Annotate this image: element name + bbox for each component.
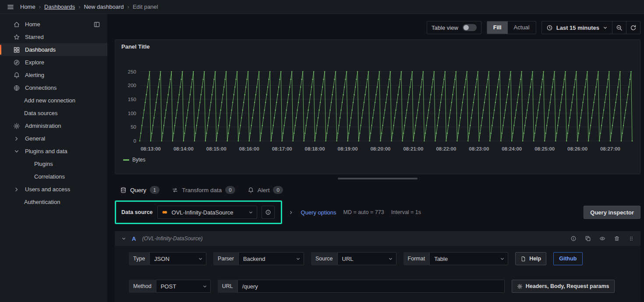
zoom-out-icon: [616, 25, 623, 31]
time-controls: Last 15 minutes: [541, 21, 640, 34]
breadcrumb-separator: [127, 4, 129, 10]
tab-transform-data[interactable]: Transform data 0: [172, 186, 235, 194]
parser-select[interactable]: Backend: [238, 252, 304, 265]
sidebar-item-label: Administration: [25, 123, 61, 129]
sidebar: Home Starred Dashboards Explore Alerting…: [0, 14, 107, 302]
svg-text:08:15:00: 08:15:00: [206, 146, 226, 151]
sidebar-item-add-new-connection[interactable]: Add new connection: [0, 94, 107, 107]
sidebar-item-plugins-and-data[interactable]: Plugins and data: [0, 145, 107, 158]
sidebar-item-users-and-access[interactable]: Users and access: [0, 183, 107, 196]
svg-text:08:23:00: 08:23:00: [469, 146, 489, 151]
hide-query-icon[interactable]: [598, 235, 606, 242]
fill-button[interactable]: Fill: [487, 21, 508, 34]
query-datasource-hint: (OVL-Infinity-DataSource): [142, 235, 202, 242]
menu-icon[interactable]: [6, 3, 15, 11]
duplicate-query-icon[interactable]: [584, 235, 592, 242]
type-select[interactable]: JSON: [149, 252, 206, 265]
dock-menu-icon[interactable]: [92, 20, 101, 29]
breadcrumb-edit-panel: Edit panel: [133, 4, 158, 10]
datasource-picker[interactable]: OVL-Infinity-DataSource: [157, 206, 257, 219]
sidebar-item-label: Explore: [25, 59, 44, 66]
query-options-group: Query options MD = auto = 773 Interval =…: [288, 209, 421, 216]
actual-button[interactable]: Actual: [508, 21, 536, 34]
headers-body-params-button[interactable]: Headers, Body, Request params: [512, 280, 615, 293]
sidebar-item-plugins[interactable]: Plugins: [0, 158, 107, 170]
sidebar-item-label: Data sources: [24, 110, 58, 116]
star-icon: [13, 34, 20, 41]
query-help-icon[interactable]: [570, 235, 577, 242]
query-options-link[interactable]: Query options: [301, 209, 336, 216]
source-value: URL: [342, 256, 354, 262]
panel-controls: Table view Fill Actual Last 15 minutes: [115, 21, 640, 34]
panel-resize-handle[interactable]: [338, 178, 418, 179]
tab-label: Transform data: [182, 187, 222, 193]
table-view-control: Table view: [427, 21, 481, 34]
query-ref-id[interactable]: A: [132, 235, 136, 242]
sidebar-item-correlations[interactable]: Correlations: [0, 170, 107, 183]
parser-value: Backend: [243, 256, 265, 262]
svg-text:250: 250: [128, 69, 136, 74]
drag-handle-icon[interactable]: [627, 235, 635, 242]
compass-icon: [13, 59, 20, 66]
sidebar-item-alerting[interactable]: Alerting: [0, 69, 107, 81]
sidebar-item-general[interactable]: General: [0, 132, 107, 145]
chevron-down-icon: [13, 148, 20, 155]
svg-text:08:14:00: 08:14:00: [173, 146, 194, 151]
source-select[interactable]: URL: [337, 252, 396, 265]
table-view-toggle[interactable]: [463, 24, 477, 31]
sidebar-item-authentication[interactable]: Authentication: [0, 196, 107, 208]
breadcrumb-home[interactable]: Home: [20, 4, 35, 10]
home-icon: [13, 21, 20, 28]
svg-text:08:21:00: 08:21:00: [403, 146, 423, 151]
collapse-query-icon[interactable]: [120, 235, 127, 242]
sidebar-item-label: Plugins: [34, 161, 53, 167]
url-input[interactable]: [237, 280, 505, 293]
github-button[interactable]: Github: [553, 252, 582, 265]
timeseries-chart[interactable]: 05010015020025008:13:0008:14:0008:15:000…: [120, 54, 636, 155]
method-label: Method: [129, 280, 156, 293]
format-label: Format: [403, 252, 430, 265]
query-editor-body: Type JSON Parser Backend Source: [115, 246, 640, 293]
sidebar-item-administration[interactable]: Administration: [0, 119, 107, 132]
svg-text:0: 0: [134, 138, 136, 144]
svg-text:08:17:00: 08:17:00: [272, 146, 292, 151]
refresh-button[interactable]: [626, 21, 640, 34]
tab-query[interactable]: Query 1: [120, 186, 159, 194]
zoom-out-button[interactable]: [612, 21, 626, 34]
sidebar-item-label: General: [25, 135, 45, 142]
chevron-right-icon: [13, 135, 20, 142]
chevron-down-icon: [500, 256, 505, 261]
sidebar-item-label: Authentication: [24, 199, 60, 205]
svg-text:200: 200: [128, 83, 136, 88]
sidebar-item-connections[interactable]: Connections: [0, 81, 107, 94]
time-range-picker[interactable]: Last 15 minutes: [542, 21, 612, 34]
chevron-right-icon: [288, 210, 294, 215]
format-select[interactable]: Table: [429, 252, 508, 265]
sidebar-item-dashboards[interactable]: Dashboards: [0, 43, 107, 56]
document-icon: [520, 256, 526, 262]
infinity-datasource-logo: [161, 209, 168, 216]
method-value: POST: [161, 283, 176, 290]
sidebar-item-label: Dashboards: [25, 46, 56, 53]
method-select[interactable]: POST: [156, 280, 211, 293]
query-inspector-button[interactable]: Query inspector: [584, 206, 640, 219]
svg-text:08:16:00: 08:16:00: [239, 146, 259, 151]
sidebar-item-data-sources[interactable]: Data sources: [0, 107, 107, 119]
chart-legend[interactable]: Bytes: [120, 155, 636, 163]
query-row-header[interactable]: A (OVL-Infinity-DataSource): [115, 231, 640, 246]
svg-text:08:18:00: 08:18:00: [305, 146, 325, 151]
source-label: Source: [311, 252, 337, 265]
breadcrumb-dashboards[interactable]: Dashboards: [44, 4, 75, 10]
type-field: Type JSON: [129, 252, 206, 265]
sidebar-item-starred[interactable]: Starred: [0, 31, 107, 43]
sidebar-item-explore[interactable]: Explore: [0, 56, 107, 69]
database-icon: [120, 187, 127, 193]
sidebar-item-home[interactable]: Home: [0, 18, 107, 31]
help-button[interactable]: Help: [515, 252, 546, 265]
breadcrumb-new-dashboard[interactable]: New dashboard: [84, 4, 124, 10]
datasource-label: Data source: [121, 209, 153, 215]
delete-query-icon[interactable]: [613, 235, 621, 242]
tab-alert[interactable]: Alert 0: [248, 186, 283, 194]
svg-text:50: 50: [131, 124, 136, 130]
datasource-help-button[interactable]: [262, 206, 275, 219]
